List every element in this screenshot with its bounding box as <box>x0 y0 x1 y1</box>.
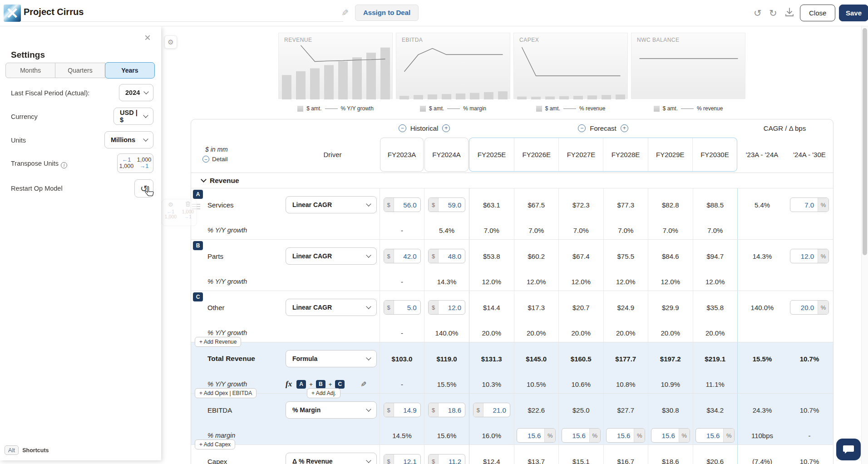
cell-value: 15.6% <box>603 426 648 444</box>
tab-quarters[interactable]: Quarters <box>55 63 105 78</box>
detail-toggle[interactable]: −Detail <box>202 156 286 163</box>
driver-select[interactable]: Linear CAGR <box>286 299 377 316</box>
row-capex: CapexΔ % Revenue$12.1$11.2$12.4$13.7$15.… <box>191 444 833 464</box>
column-header-fy2024a: FY2024A <box>424 138 469 172</box>
collapse-historical-icon[interactable]: − <box>399 124 406 132</box>
collapse-detail-icon[interactable]: − <box>202 156 209 163</box>
section-row[interactable]: Revenue <box>191 173 833 188</box>
value-input[interactable]: $21.0 <box>473 403 510 417</box>
percent-input[interactable]: 15.6% <box>562 428 601 443</box>
value-input[interactable]: $12.0 <box>428 300 465 315</box>
input-value: 15.6 <box>651 429 679 442</box>
input-value: 5.0 <box>394 301 420 314</box>
trash-icon[interactable] <box>185 201 191 208</box>
cell-value: $219.1 <box>693 342 738 375</box>
value-input[interactable]: $59.0 <box>428 197 465 212</box>
percent-suffix: % <box>723 429 734 442</box>
driver-cell: Linear CAGR <box>286 188 380 221</box>
percent-input[interactable]: 15.6% <box>695 428 735 443</box>
transpose-units-button[interactable]: ←11,000 1,000→1 <box>117 153 153 173</box>
download-icon[interactable] <box>784 7 794 20</box>
value-input[interactable]: $56.0 <box>384 197 421 212</box>
percent-input[interactable]: 12.0% <box>790 249 829 263</box>
driver-select[interactable]: Formula <box>286 350 377 367</box>
plus-operator: + <box>309 381 313 388</box>
last-fiscal-select[interactable]: 2024 <box>119 84 153 101</box>
currency-prefix: $ <box>429 198 439 212</box>
plus-operator: + <box>329 381 332 388</box>
cagr-group-label: CAGR / Δ bps <box>737 124 832 132</box>
save-button[interactable]: Save <box>839 5 868 21</box>
app-logo <box>4 5 21 22</box>
vertical-scrollbar[interactable] <box>861 26 868 464</box>
row-transpose-button[interactable]: ←11,000 1,000→1 <box>162 209 197 219</box>
currency-select[interactable]: USD | $ <box>113 108 153 125</box>
page-title: Project Cirrus <box>24 7 84 17</box>
driver-row: EBITDA% Margin$14.9$18.6$21.0$22.6$25.0$… <box>191 394 833 426</box>
cell-value: $11.2 <box>424 445 469 464</box>
value-input[interactable]: $18.6 <box>428 403 465 417</box>
driver-select[interactable]: Linear CAGR <box>286 247 377 265</box>
tab-years[interactable]: Years <box>105 62 155 79</box>
period-tabs: Months Quarters Years <box>5 63 154 78</box>
formula-badge: B <box>316 380 326 389</box>
cell-value: 15.6% <box>693 426 738 444</box>
driver-select[interactable]: Δ % Revenue <box>286 453 377 464</box>
driver-select[interactable]: % Margin <box>286 401 377 419</box>
chevron-down-icon <box>366 406 371 411</box>
driver-value: Linear CAGR <box>292 201 332 208</box>
driver-row: COtherLinear CAGR$5.0$12.0$14.4$17.3$20.… <box>191 291 833 324</box>
expand-forecast-icon[interactable]: + <box>621 124 628 132</box>
percent-input[interactable]: 20.0% <box>790 300 829 315</box>
percent-input[interactable]: 15.6% <box>606 428 645 443</box>
add-opex-ebitda-button[interactable]: + Add Opex | EBITDA <box>195 388 256 398</box>
table-corner: $ in mm−Detail <box>191 137 286 173</box>
info-icon[interactable]: i <box>61 162 67 168</box>
chat-bubble-button[interactable] <box>836 439 861 460</box>
chart-card-capex: CAPEX <box>513 33 628 99</box>
cell-value: 20.0% <box>603 324 648 342</box>
value-input[interactable]: $12.1 <box>384 454 421 464</box>
cell-value <box>737 272 787 291</box>
add-capex-button[interactable]: + Add Capex <box>195 439 235 449</box>
cell-value: $25.0 <box>558 394 603 426</box>
percent-input[interactable]: 15.6% <box>651 428 690 443</box>
undo-icon[interactable]: ↺ <box>754 7 762 19</box>
percent-input[interactable]: 15.6% <box>517 428 556 443</box>
close-button[interactable]: Close <box>800 5 835 21</box>
scrollbar-thumb[interactable] <box>863 28 867 255</box>
cell-value: $27.7 <box>603 394 648 426</box>
value-input[interactable]: $14.9 <box>384 403 421 417</box>
cell-value: $72.3 <box>558 188 603 221</box>
edit-title-icon[interactable]: ✎ <box>341 8 349 18</box>
collapse-forecast-icon[interactable]: − <box>578 124 586 132</box>
close-icon[interactable]: × <box>144 33 151 43</box>
value-input[interactable]: $11.2 <box>428 454 465 464</box>
value-input[interactable]: $42.0 <box>384 249 421 263</box>
cell-value: 20.0% <box>648 324 693 342</box>
value-input[interactable]: $5.0 <box>384 300 421 315</box>
edit-formula-icon[interactable]: ✎ <box>360 380 366 389</box>
add-adj-button[interactable]: + Add Adj. <box>307 388 340 398</box>
cell-value: $30.8 <box>648 394 693 426</box>
cell-value: - <box>787 426 832 444</box>
redo-icon[interactable]: ↻ <box>769 7 777 19</box>
input-value: 59.0 <box>439 198 465 212</box>
cell-value: 16.0% <box>469 426 514 444</box>
row-settings-icon[interactable]: ⚙ <box>168 201 173 208</box>
line-swatch-icon <box>681 109 694 109</box>
input-value: 12.1 <box>394 454 420 464</box>
driver-select[interactable]: Linear CAGR <box>286 196 377 213</box>
forecast-group: −Forecast+ <box>469 124 737 132</box>
add-revenue-button[interactable]: + Add Revenue <box>195 337 241 347</box>
gear-icon[interactable]: ⚙ <box>164 35 177 49</box>
value-input[interactable]: $48.0 <box>428 249 465 263</box>
expand-historical-icon[interactable]: + <box>442 124 450 132</box>
row-badge: A <box>193 190 203 199</box>
row-label-cell: AServices <box>191 188 286 221</box>
cell-value: $15.1 <box>558 445 603 464</box>
percent-input[interactable]: 7.0% <box>790 197 829 212</box>
tab-months[interactable]: Months <box>5 63 55 78</box>
units-select[interactable]: Millions <box>104 131 153 148</box>
assign-to-deal-button[interactable]: Assign to Deal <box>355 5 419 21</box>
